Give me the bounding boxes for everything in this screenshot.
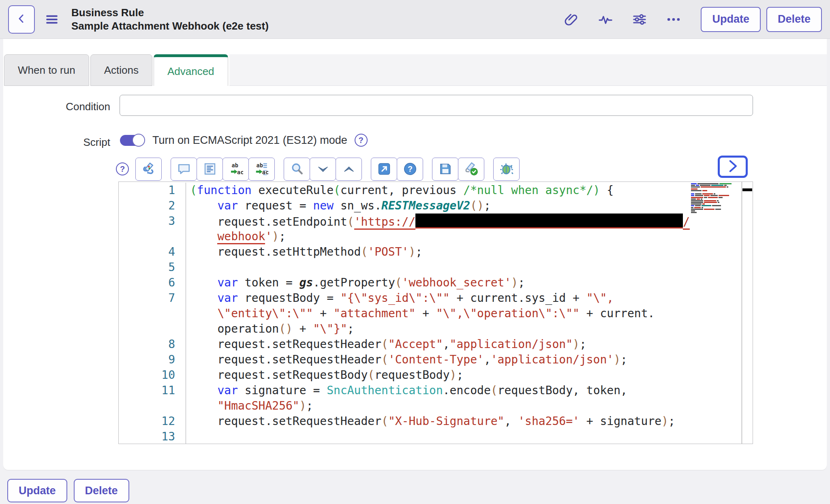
find-next-button[interactable] (310, 158, 336, 181)
expand-editor-button[interactable] (718, 156, 748, 178)
code-text: "HmacSHA256"); (186, 398, 313, 414)
line-number: 1 (119, 183, 186, 198)
code-line[interactable]: 11 var signature = SncAuthentication.enc… (119, 383, 742, 398)
search-button[interactable] (284, 158, 310, 181)
chevron-up-icon (342, 162, 356, 176)
code-line[interactable]: "HmacSHA256"); (119, 398, 742, 414)
syntax-editor-toggle-button[interactable] (135, 158, 162, 181)
code-text: request.setEndpoint('https:/// (186, 214, 690, 229)
chevron-left-icon (15, 13, 28, 26)
code-text: var requestBody = "{\"sys_id\":\"" + cur… (186, 290, 614, 306)
delete-button-footer[interactable]: Delete (74, 479, 129, 502)
replace-icon: abac (229, 162, 243, 176)
code-text: (function executeRule(current, previous … (186, 183, 614, 198)
scrollbar-thumb[interactable] (742, 188, 752, 191)
record-name-title: Sample Attachment Webhook (e2e test) (71, 19, 269, 33)
save-icon (438, 162, 453, 176)
record-type-title: Business Rule (71, 6, 269, 19)
code-text: request.setRequestBody(requestBody); (186, 367, 463, 383)
page-title: Business Rule Sample Attachment Webhook … (71, 6, 269, 33)
find-previous-button[interactable] (336, 158, 362, 181)
redacted-endpoint (415, 214, 683, 229)
code-line[interactable]: 10 request.setRequestBody(requestBody); (119, 367, 742, 383)
save-script-button[interactable] (432, 158, 458, 181)
toolbar-group-2: abacabac (171, 158, 275, 181)
editor-help-button[interactable]: ? (397, 158, 423, 181)
tab-advanced[interactable]: Advanced (154, 54, 228, 86)
line-number (119, 321, 186, 337)
code-line[interactable]: operation() + "\"}"; (119, 321, 742, 337)
code-line[interactable]: 5 (119, 260, 742, 275)
toolbar-group-3 (284, 158, 362, 181)
form-footer: Update Delete (0, 470, 830, 504)
toggle-knob (132, 134, 145, 147)
editor-scrollbar[interactable] (742, 182, 753, 444)
ellipsis-icon[interactable] (666, 12, 681, 27)
code-line[interactable]: 7 var requestBody = "{\"sys_id\":\"" + c… (119, 290, 742, 306)
code-line[interactable]: 4 request.setHttpMethod('POST'); (119, 244, 742, 260)
code-line[interactable]: 3 request.setEndpoint('https:/// (119, 214, 742, 229)
code-text: var request = new sn_ws.RESTMessageV2(); (186, 198, 491, 214)
line-number: 3 (119, 214, 186, 229)
line-number: 2 (119, 198, 186, 214)
condition-input[interactable] (120, 95, 753, 116)
code-lines: 1(function executeRule(current, previous… (119, 183, 742, 444)
line-number: 8 (119, 337, 186, 352)
code-line[interactable]: 2 var request = new sn_ws.RESTMessageV2(… (119, 198, 742, 214)
code-line[interactable]: 9 request.setRequestHeader('Content-Type… (119, 352, 742, 367)
code-line[interactable]: 12 request.setRequestHeader("X-Hub-Signa… (119, 414, 742, 429)
top-bar: Business Rule Sample Attachment Webhook … (0, 0, 830, 39)
record-form-card: When to runActionsAdvanced Condition Scr… (3, 39, 827, 470)
sliders-icon[interactable] (632, 12, 647, 27)
attachment-icon[interactable] (564, 12, 579, 27)
condition-label: Condition (3, 100, 110, 113)
debug-button[interactable] (493, 158, 520, 181)
activity-icon[interactable] (598, 12, 613, 27)
replace-all-icon: abac (255, 162, 269, 176)
toolbar-group-4: ? (371, 158, 423, 181)
es-mode-row: Turn on ECMAScript 2021 (ES12) mode ? (120, 134, 368, 147)
popout-icon (377, 162, 391, 176)
replace-all-button[interactable]: abac (248, 158, 275, 181)
toolbar-help-icon[interactable]: ? (116, 162, 129, 175)
code-text: \"entity\":\"" + "attachment" + "\",\"op… (186, 306, 655, 321)
script-check-icon (464, 162, 479, 176)
code-text: webhook'); (186, 229, 286, 244)
line-number (119, 229, 186, 244)
replace-button[interactable]: abac (222, 158, 249, 181)
code-text: var token = gs.getProperty('webhook_secr… (186, 275, 525, 290)
syntax-check-button[interactable] (458, 158, 484, 181)
code-text (186, 429, 190, 444)
format-code-button[interactable] (197, 158, 223, 181)
code-text: request.setRequestHeader("X-Hub-Signatur… (186, 414, 675, 429)
code-line[interactable]: \"entity\":\"" + "attachment" + "\",\"op… (119, 306, 742, 321)
svg-text:ab: ab (231, 162, 238, 169)
code-line[interactable]: webhook'); (119, 229, 742, 244)
tab-actions[interactable]: Actions (90, 54, 152, 86)
es-mode-help-icon[interactable]: ? (355, 134, 368, 147)
line-number: 10 (119, 367, 186, 383)
line-number: 9 (119, 352, 186, 367)
open-in-new-window-button[interactable] (371, 158, 397, 181)
line-number (119, 398, 186, 414)
code-line[interactable]: 6 var token = gs.getProperty('webhook_se… (119, 275, 742, 290)
code-line[interactable]: 13 (119, 429, 742, 444)
back-button[interactable] (8, 5, 35, 34)
comment-icon (177, 162, 191, 176)
update-button-footer[interactable]: Update (7, 479, 67, 502)
toggle-comment-button[interactable] (171, 158, 197, 181)
tab-when-to-run[interactable]: When to run (4, 54, 89, 86)
es-mode-toggle[interactable] (120, 135, 143, 146)
delete-button-header[interactable]: Delete (766, 7, 822, 32)
context-menu-icon[interactable] (45, 12, 59, 27)
script-code-editor[interactable]: 1(function executeRule(current, previous… (118, 182, 753, 444)
chevron-right-icon (725, 158, 740, 175)
code-text: request.setHttpMethod('POST'); (186, 244, 422, 260)
update-button-header[interactable]: Update (701, 7, 761, 32)
code-text: var signature = SncAuthentication.encode… (186, 383, 627, 398)
code-line[interactable]: 1(function executeRule(current, previous… (119, 183, 742, 198)
script-editor-toolbar: ? abacabac? (116, 157, 528, 181)
line-number: 12 (119, 414, 186, 429)
code-line[interactable]: 8 request.setRequestHeader("Accept","app… (119, 337, 742, 352)
es-mode-label: Turn on ECMAScript 2021 (ES12) mode (152, 134, 347, 147)
